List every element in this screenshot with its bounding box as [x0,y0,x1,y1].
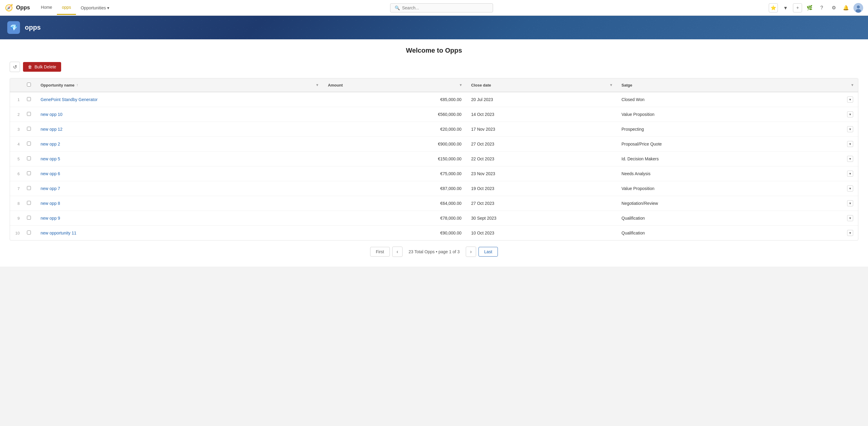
row-checkbox[interactable] [27,127,31,131]
opportunity-name-cell[interactable]: new opp 10 [36,107,323,122]
next-page-button[interactable]: › [466,247,476,257]
amount-filter-icon[interactable]: ▾ [460,83,462,87]
nav-opportunities[interactable]: Opportunities ▾ [76,1,114,14]
favorites-button[interactable]: ⭐ [769,3,778,12]
search-box[interactable]: 🔍 [390,3,493,12]
chevron-down-icon[interactable]: ▾ [781,3,790,12]
row-checkbox-cell[interactable] [22,122,36,137]
notifications-icon[interactable]: 🔔 [841,3,850,12]
stage-cell: Negotiation/Review ▾ [617,196,858,211]
row-checkbox-cell[interactable] [22,107,36,122]
amount-cell: €87,000.00 [323,181,466,196]
row-checkbox-cell[interactable] [22,92,36,107]
stage-cell: Qualification ▾ [617,226,858,240]
amount-cell: €64,000.00 [323,196,466,211]
amount-cell: €85,000.00 [323,92,466,107]
stage-cell: Prospecting ▾ [617,122,858,137]
refresh-button[interactable]: ↺ [10,62,20,72]
row-checkbox[interactable] [27,112,31,116]
stage-filter-icon[interactable]: ▾ [851,83,853,87]
stage-dropdown-button[interactable]: ▾ [847,111,853,118]
stage-dropdown-button[interactable]: ▾ [847,126,853,132]
th-stage[interactable]: Satge ▾ [617,78,858,92]
help-icon[interactable]: ? [817,3,826,12]
row-checkbox-cell[interactable] [22,226,36,240]
stage-value: Qualification [622,231,645,235]
add-button[interactable]: ＋ [793,3,802,12]
search-container: 🔍 [118,3,765,12]
close-date-cell: 27 Oct 2023 [466,196,617,211]
th-amount[interactable]: Amount ▾ [323,78,466,92]
opportunity-name-cell[interactable]: new opp 9 [36,211,323,226]
row-checkbox[interactable] [27,97,31,101]
th-select-all[interactable] [22,78,36,92]
opportunity-name-cell[interactable]: new opp 7 [36,181,323,196]
stage-dropdown-button[interactable]: ▾ [847,171,853,177]
stage-cell: Qualification ▾ [617,211,858,226]
opportunity-name-cell[interactable]: GenePoint Standby Generator [36,92,323,107]
opportunity-name-cell[interactable]: new opp 6 [36,166,323,181]
select-all-checkbox[interactable] [27,83,31,87]
opportunities-table: Opportunity name ↑ ▾ Amount ▾ Clos [10,78,858,240]
date-filter-icon[interactable]: ▾ [610,83,612,87]
prev-page-button[interactable]: ‹ [392,247,403,257]
row-checkbox-cell[interactable] [22,137,36,152]
toolbar: ↺ 🗑 Bulk Delete [10,62,858,72]
opportunity-name-cell[interactable]: new opp 8 [36,196,323,211]
row-checkbox-cell[interactable] [22,181,36,196]
stage-dropdown-button[interactable]: ▾ [847,186,853,192]
nav-home[interactable]: Home [36,1,57,15]
table-header-row: Opportunity name ↑ ▾ Amount ▾ Clos [10,78,858,92]
stage-dropdown-button[interactable]: ▾ [847,200,853,206]
row-checkbox[interactable] [27,216,31,220]
stage-dropdown-button[interactable]: ▾ [847,230,853,236]
th-row-num [10,78,22,92]
row-checkbox[interactable] [27,231,31,234]
pagination: First ‹ 23 Total Opps • page 1 of 3 › La… [10,240,858,257]
stage-value: Prospecting [622,127,644,132]
table-row: 9 new opp 9 €78,000.00 30 Sept 2023 Qual… [10,211,858,226]
bulk-delete-button[interactable]: 🗑 Bulk Delete [23,62,61,72]
row-checkbox-cell[interactable] [22,211,36,226]
row-checkbox[interactable] [27,186,31,190]
opportunity-name-cell[interactable]: new opp 2 [36,137,323,152]
stage-value: Value Proposition [622,112,655,117]
row-checkbox-cell[interactable] [22,152,36,166]
th-opportunity-name[interactable]: Opportunity name ↑ ▾ [36,78,323,92]
stage-dropdown-button[interactable]: ▾ [847,215,853,221]
page-header-band: 💎 opps [0,16,868,39]
row-number: 2 [10,107,22,122]
name-filter-icon[interactable]: ▾ [316,83,318,87]
chevron-down-icon: ▾ [107,5,109,10]
last-page-button[interactable]: Last [478,247,498,257]
opportunity-name-cell[interactable]: new opportunity 11 [36,226,323,240]
row-checkbox[interactable] [27,141,31,145]
row-checkbox-cell[interactable] [22,196,36,211]
apps-icon[interactable]: 🌿 [805,3,814,12]
table-row: 4 new opp 2 €900,000.00 27 Oct 2023 Prop… [10,137,858,152]
row-checkbox[interactable] [27,201,31,205]
row-checkbox[interactable] [27,156,31,160]
stage-dropdown-button[interactable]: ▾ [847,97,853,103]
sort-asc-icon: ↑ [76,83,78,87]
amount-cell: €560,000.00 [323,107,466,122]
app-logo[interactable]: 🧭 Opps [5,4,30,12]
stage-dropdown-button[interactable]: ▾ [847,156,853,162]
nav-opps[interactable]: opps [57,1,76,15]
amount-cell: €75,000.00 [323,166,466,181]
th-close-date[interactable]: Close date ▾ [466,78,617,92]
row-checkbox-cell[interactable] [22,166,36,181]
row-checkbox[interactable] [27,171,31,175]
table-row: 10 new opportunity 11 €90,000.00 10 Oct … [10,226,858,240]
settings-icon[interactable]: ⚙ [829,3,838,12]
search-input[interactable] [402,5,487,10]
stage-dropdown-button[interactable]: ▾ [847,141,853,147]
svg-point-2 [856,9,861,13]
stage-cell: Value Proposition ▾ [617,181,858,196]
close-date-cell: 17 Nov 2023 [466,122,617,137]
page-icon: 💎 [7,21,20,34]
user-avatar[interactable] [854,3,863,13]
first-page-button[interactable]: First [370,247,390,257]
opportunity-name-cell[interactable]: new opp 5 [36,152,323,166]
opportunity-name-cell[interactable]: new opp 12 [36,122,323,137]
